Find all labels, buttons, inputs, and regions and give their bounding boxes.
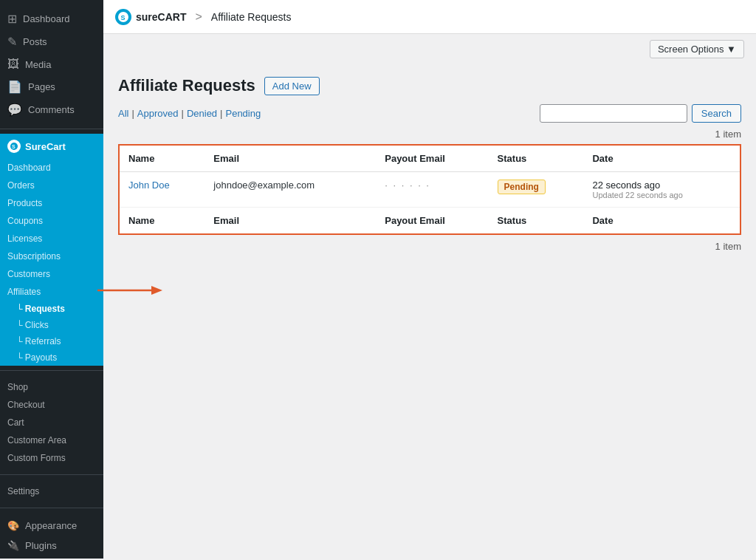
footer-col-date: Date xyxy=(583,208,740,235)
cell-name: John Doe xyxy=(119,172,205,208)
screen-options-button[interactable]: Screen Options ▼ xyxy=(650,40,744,58)
sidebar-item-checkout[interactable]: Checkout xyxy=(0,396,103,414)
sidebar-item-appearance[interactable]: 🎨 Appearance xyxy=(0,516,103,536)
filter-approved[interactable]: Approved xyxy=(137,108,179,119)
sidebar-item-settings[interactable]: Settings xyxy=(0,482,103,500)
sidebar-item-sc-clicks[interactable]: └ Clicks xyxy=(0,317,103,333)
cell-date: 22 seconds ago Updated 22 seconds ago xyxy=(583,172,740,208)
cell-payout-email: · · · · · · xyxy=(376,172,488,208)
add-new-button[interactable]: Add New xyxy=(264,77,320,95)
col-date: Date xyxy=(583,145,740,172)
surecart-logo-icon: S xyxy=(7,140,21,153)
sidebar-item-pages[interactable]: 📄 Pages xyxy=(0,75,103,98)
cell-status: Pending xyxy=(489,172,584,208)
col-status: Status xyxy=(489,145,584,172)
col-name: Name xyxy=(119,145,205,172)
page-title: Affiliate Requests xyxy=(118,76,255,95)
media-icon: 🖼 xyxy=(7,58,19,71)
requests-table: Name Email Payout Email Status Date John… xyxy=(118,144,741,235)
sidebar-item-cart[interactable]: Cart xyxy=(0,414,103,431)
sidebar-item-sc-coupons[interactable]: Coupons xyxy=(0,212,103,230)
sidebar-item-comments[interactable]: 💬 Comments xyxy=(0,98,103,121)
filter-bar: All | Approved | Denied | Pending Search xyxy=(118,104,741,123)
search-button[interactable]: Search xyxy=(692,104,741,123)
pages-icon: 📄 xyxy=(7,80,22,94)
table-row: John Doe johndoe@example.com · · · · · ·… xyxy=(119,172,740,208)
cell-email: johndoe@example.com xyxy=(205,172,376,208)
footer-col-status: Status xyxy=(489,208,584,235)
sidebar-item-dashboard[interactable]: ⊞ Dashboard xyxy=(0,7,103,30)
search-input[interactable] xyxy=(540,104,687,123)
sidebar-item-sc-requests[interactable]: └ Requests xyxy=(0,301,103,317)
sidebar-divider xyxy=(0,129,103,129)
row-name-link[interactable]: John Doe xyxy=(128,180,170,191)
surecart-logo: S xyxy=(115,9,131,25)
comments-icon: 💬 xyxy=(7,103,22,117)
filter-denied[interactable]: Denied xyxy=(187,108,217,119)
col-payout-email: Payout Email xyxy=(376,145,488,172)
table-header-row: Name Email Payout Email Status Date xyxy=(119,145,740,172)
sidebar-divider-4 xyxy=(0,508,103,508)
page-header: Affiliate Requests Add New xyxy=(118,76,741,95)
dashboard-icon: ⊞ xyxy=(7,12,17,26)
table-footer-row: Name Email Payout Email Status Date xyxy=(119,208,740,235)
item-count-top: 1 item xyxy=(118,129,741,140)
sidebar-item-sc-subscriptions[interactable]: Subscriptions xyxy=(0,247,103,265)
filter-all[interactable]: All xyxy=(118,108,128,119)
sidebar-item-sc-licenses[interactable]: Licenses xyxy=(0,230,103,247)
filter-links: All | Approved | Denied | Pending xyxy=(118,108,261,119)
payout-dots: · · · · · · xyxy=(385,180,430,191)
main-content: S sureCART > Affiliate Requests Screen O… xyxy=(103,0,756,560)
footer-col-name: Name xyxy=(119,208,205,235)
topbar: S sureCART > Affiliate Requests xyxy=(103,0,756,34)
sidebar-item-sc-customers[interactable]: Customers xyxy=(0,265,103,283)
footer-col-payout-email: Payout Email xyxy=(376,208,488,235)
date-primary: 22 seconds ago xyxy=(592,180,731,191)
svg-text:S: S xyxy=(121,14,126,21)
sidebar-item-custom-forms[interactable]: Custom Forms xyxy=(0,449,103,467)
breadcrumb-sep: > xyxy=(195,10,202,24)
sidebar-divider-3 xyxy=(0,474,103,475)
screen-options-bar: Screen Options ▼ xyxy=(103,34,756,64)
appearance-icon: 🎨 xyxy=(7,520,19,531)
sidebar-item-shop[interactable]: Shop xyxy=(0,378,103,396)
posts-icon: ✎ xyxy=(7,35,17,49)
sidebar-item-surecart[interactable]: S SureCart xyxy=(0,134,103,159)
sidebar-divider-2 xyxy=(0,370,103,371)
search-bar: Search xyxy=(540,104,741,123)
svg-text:S: S xyxy=(12,144,16,149)
date-secondary: Updated 22 seconds ago xyxy=(592,191,731,199)
filter-pending[interactable]: Pending xyxy=(225,108,261,119)
sidebar-item-customer-area[interactable]: Customer Area xyxy=(0,431,103,449)
plugins-icon: 🔌 xyxy=(7,540,19,551)
sidebar-item-media[interactable]: 🖼 Media xyxy=(0,53,103,75)
sidebar-item-sc-products[interactable]: Products xyxy=(0,194,103,212)
col-email: Email xyxy=(205,145,376,172)
sidebar-item-sc-payouts[interactable]: └ Payouts xyxy=(0,349,103,366)
sidebar-item-posts[interactable]: ✎ Posts xyxy=(0,30,103,53)
footer-col-email: Email xyxy=(205,208,376,235)
content-area: Affiliate Requests Add New All | Approve… xyxy=(103,64,756,560)
breadcrumb: Affiliate Requests xyxy=(211,11,292,23)
sidebar-item-sc-dashboard[interactable]: Dashboard xyxy=(0,159,103,177)
sidebar-item-sc-affiliates[interactable]: Affiliates xyxy=(0,283,103,301)
sidebar-item-plugins[interactable]: 🔌 Plugins xyxy=(0,536,103,556)
topbar-logo: S sureCART xyxy=(115,9,186,25)
sidebar-item-sc-orders[interactable]: Orders xyxy=(0,177,103,194)
status-badge: Pending xyxy=(498,180,546,194)
item-count-bottom: 1 item xyxy=(118,241,741,252)
sidebar-item-sc-referrals[interactable]: └ Referrals xyxy=(0,333,103,349)
